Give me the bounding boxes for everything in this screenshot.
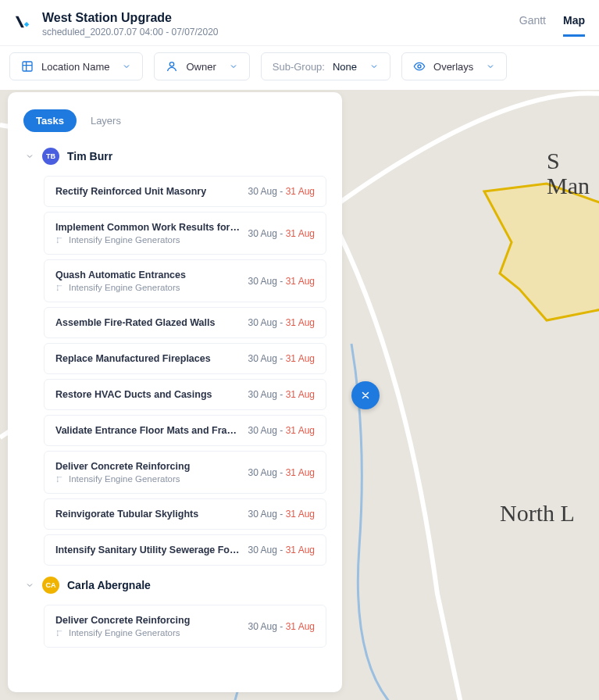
page-subtitle: scheduled_2020.07.07 04:00 - 07/07/2020 — [42, 27, 519, 38]
svg-rect-1 — [23, 62, 32, 71]
task-date: 30 Aug - 31 Aug — [248, 389, 315, 400]
dependency-icon — [55, 236, 64, 245]
group-header[interactable]: CA Carla Abergnale — [25, 577, 326, 594]
avatar: TB — [42, 148, 59, 165]
task-title: Deliver Concrete Reinforcing — [55, 615, 241, 626]
tab-map[interactable]: Map — [563, 14, 585, 37]
avatar: CA — [42, 577, 59, 594]
task-date: 30 Aug - 31 Aug — [248, 467, 315, 478]
close-icon — [360, 390, 371, 401]
task-date: 30 Aug - 31 Aug — [248, 353, 315, 364]
task-group: CA Carla Abergnale Deliver Concrete Rein… — [23, 577, 326, 648]
svg-point-2 — [170, 62, 174, 66]
svg-point-7 — [57, 289, 59, 291]
task-date: 30 Aug - 31 Aug — [248, 276, 315, 287]
task-card[interactable]: Rectify Reinforced Unit Masonry 30 Aug -… — [44, 176, 326, 207]
svg-rect-0 — [24, 22, 29, 27]
task-title: Assemble Fire-Rated Glazed Walls — [55, 317, 241, 328]
map-close-button[interactable] — [351, 381, 380, 409]
task-subtitle: Intensify Engine Generators — [69, 283, 180, 292]
map-label-sman: SMan — [547, 148, 590, 198]
filter-subgroup-label: Sub-Group: — [273, 61, 325, 73]
filter-subgroup[interactable]: Sub-Group: None — [261, 52, 390, 80]
location-icon — [21, 60, 34, 73]
filter-bar: Location Name Owner Sub-Group: None Over… — [0, 46, 599, 90]
filter-location-label: Location Name — [41, 61, 109, 73]
task-title: Deliver Concrete Reinforcing — [55, 461, 241, 472]
panel-tab-tasks[interactable]: Tasks — [23, 109, 77, 132]
task-title: Validate Entrance Floor Mats and Frames — [55, 425, 241, 436]
group-header[interactable]: TB Tim Burr — [25, 148, 326, 165]
task-card[interactable]: Deliver Concrete Reinforcing Intensify E… — [44, 605, 326, 648]
task-list: Rectify Reinforced Unit Masonry 30 Aug -… — [44, 176, 326, 566]
filter-overlays[interactable]: Overlays — [401, 52, 507, 80]
filter-owner-label: Owner — [186, 61, 216, 73]
task-date: 30 Aug - 31 Aug — [248, 317, 315, 328]
task-card[interactable]: Replace Manufactured Fireplaces 30 Aug -… — [44, 343, 326, 374]
dependency-icon — [55, 284, 64, 292]
task-subtitle: Intensify Engine Generators — [69, 474, 180, 484]
task-subtitle: Intensify Engine Generators — [69, 235, 180, 245]
task-title: Restore HVAC Ducts and Casings — [55, 389, 241, 400]
group-name: Tim Burr — [67, 150, 112, 162]
task-title: Reinvigorate Tubular Skylights — [55, 509, 241, 520]
svg-point-3 — [418, 65, 421, 68]
svg-point-10 — [57, 630, 59, 631]
chevron-down-icon — [486, 62, 495, 71]
task-date: 30 Aug - 31 Aug — [248, 228, 315, 239]
dependency-icon — [55, 629, 64, 638]
svg-point-9 — [57, 480, 59, 482]
chevron-down-icon — [25, 152, 34, 161]
task-date: 30 Aug - 31 Aug — [248, 425, 315, 436]
eye-icon — [413, 60, 426, 73]
task-panel: Tasks Layers TB Tim Burr Rectify Reinfor… — [8, 92, 342, 692]
task-list: Deliver Concrete Reinforcing Intensify E… — [44, 605, 326, 648]
task-subtitle: Intensify Engine Generators — [69, 628, 180, 638]
filter-location[interactable]: Location Name — [9, 52, 143, 80]
group-name: Carla Abergnale — [67, 579, 151, 591]
filter-overlays-label: Overlays — [433, 61, 473, 73]
task-card[interactable]: Restore HVAC Ducts and Casings 30 Aug - … — [44, 379, 326, 410]
task-group: TB Tim Burr Rectify Reinforced Unit Maso… — [23, 148, 326, 566]
task-card[interactable]: Reinvigorate Tubular Skylights 30 Aug - … — [44, 498, 326, 530]
page-title: West Station Upgrade — [42, 11, 519, 25]
task-card[interactable]: Deliver Concrete Reinforcing Intensify E… — [44, 451, 326, 494]
task-date: 30 Aug - 31 Aug — [248, 186, 315, 197]
chevron-down-icon — [25, 580, 34, 590]
task-card[interactable]: Quash Automatic Entrances Intensify Engi… — [44, 259, 326, 302]
svg-point-11 — [57, 634, 59, 636]
tab-gantt[interactable]: Gantt — [519, 14, 546, 34]
map-label-north: North L — [500, 500, 575, 527]
svg-point-4 — [57, 237, 59, 238]
svg-point-5 — [57, 241, 59, 243]
chevron-down-icon — [122, 62, 131, 71]
panel-tab-layers[interactable]: Layers — [91, 115, 121, 127]
task-card[interactable]: Implement Common Work Results for W… Int… — [44, 212, 326, 255]
app-logo-icon — [14, 13, 31, 30]
task-title: Intensify Sanitary Utility Sewerage Forc… — [55, 545, 241, 555]
task-date: 30 Aug - 31 Aug — [248, 509, 315, 520]
filter-subgroup-value: None — [333, 61, 357, 73]
task-card[interactable]: Validate Entrance Floor Mats and Frames … — [44, 415, 326, 446]
app-header: West Station Upgrade scheduled_2020.07.0… — [0, 0, 599, 46]
chevron-down-icon — [229, 62, 238, 71]
dependency-icon — [55, 475, 64, 484]
filter-owner[interactable]: Owner — [154, 52, 249, 80]
svg-point-6 — [57, 284, 59, 286]
task-card[interactable]: Intensify Sanitary Utility Sewerage Forc… — [44, 534, 326, 566]
task-date: 30 Aug - 31 Aug — [248, 545, 315, 555]
task-title: Rectify Reinforced Unit Masonry — [55, 186, 241, 197]
task-title: Quash Automatic Entrances — [55, 270, 241, 280]
chevron-down-icon — [369, 62, 379, 71]
svg-point-8 — [57, 476, 59, 477]
task-title: Replace Manufactured Fireplaces — [55, 353, 241, 364]
person-icon — [166, 60, 178, 73]
task-card[interactable]: Assemble Fire-Rated Glazed Walls 30 Aug … — [44, 307, 326, 338]
task-date: 30 Aug - 31 Aug — [248, 621, 315, 632]
task-title: Implement Common Work Results for W… — [55, 222, 241, 233]
